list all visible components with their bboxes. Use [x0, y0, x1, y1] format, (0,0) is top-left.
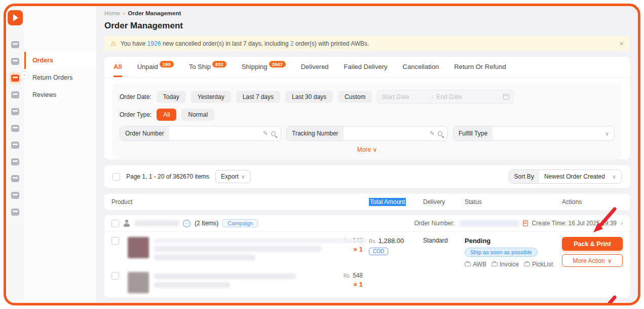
- orders-submenu: Orders Return Orders Reviews: [24, 6, 96, 303]
- alert-close-icon[interactable]: ×: [619, 39, 624, 48]
- tab-return-or-refund[interactable]: Return Or Refund: [454, 63, 506, 77]
- select-all-checkbox[interactable]: [112, 173, 120, 181]
- actions-cell: Pack & Print More Action ∨: [562, 237, 623, 267]
- support-icon[interactable]: [9, 139, 21, 151]
- warning-icon: ⚠: [110, 40, 117, 47]
- product-text-redacted: [154, 246, 321, 252]
- store-icon[interactable]: [9, 173, 21, 185]
- expand-order-icon[interactable]: ›: [621, 220, 623, 227]
- cancelled-count-link[interactable]: 1926: [147, 40, 161, 47]
- printer-icon: [491, 262, 498, 266]
- pack-print-button[interactable]: Pack & Print: [562, 237, 623, 251]
- order-type-label: Order Type:: [120, 111, 151, 118]
- breadcrumb-separator-icon: ›: [123, 10, 125, 16]
- date-chip-last-7-days[interactable]: Last 7 days: [236, 91, 280, 103]
- edit-icon[interactable]: ✎: [430, 130, 435, 137]
- order-number-label: Order Number:: [414, 220, 455, 227]
- breadcrumb-home[interactable]: Home: [104, 10, 120, 16]
- order-type-chip-all[interactable]: All: [157, 109, 176, 121]
- calendar-icon[interactable]: [503, 94, 509, 99]
- finance-icon[interactable]: [9, 156, 21, 168]
- date-chip-yesterday[interactable]: Yesterday: [191, 91, 231, 103]
- date-chip-last-30-days[interactable]: Last 30 days: [285, 91, 333, 103]
- account-icon[interactable]: [9, 206, 21, 218]
- unit-price-cell: Rs. 548 × 1: [327, 272, 363, 288]
- status-cell: Pending Ship as soon as possible AWB Inv…: [465, 237, 556, 268]
- order-status-tabs: All Unpaid190 To Ship832 Shipping2847 De…: [104, 57, 630, 78]
- fulfill-type-select[interactable]: Fulfill Type ∨: [453, 126, 615, 141]
- more-action-button[interactable]: More Action ∨: [562, 254, 623, 267]
- sidebar-item-orders[interactable]: Orders: [24, 52, 96, 69]
- item-checkbox[interactable]: [111, 237, 119, 245]
- edit-icon[interactable]: ✎: [263, 130, 268, 137]
- tab-delivered[interactable]: Delivered: [301, 63, 329, 77]
- icon-rail: [6, 6, 24, 303]
- tab-failed-delivery[interactable]: Failed Delivery: [344, 63, 388, 77]
- more-filters-toggle[interactable]: More ∨: [120, 146, 615, 155]
- print-picklist-link[interactable]: PickList: [524, 261, 553, 268]
- analytics-icon[interactable]: [9, 55, 21, 67]
- product-text-redacted: [154, 238, 367, 243]
- tab-unpaid[interactable]: Unpaid190: [137, 63, 174, 77]
- search-icon[interactable]: [271, 131, 276, 136]
- breadcrumb-current: Order Management: [128, 10, 181, 16]
- products-icon[interactable]: [9, 89, 21, 101]
- tab-shipping[interactable]: Shipping2847: [242, 63, 286, 77]
- order-number-search: Order Number ✎: [120, 126, 281, 141]
- start-date-input[interactable]: [382, 93, 428, 100]
- tab-all[interactable]: All: [113, 63, 122, 77]
- table-header: Product Total Amount Delivery Status Act…: [104, 194, 630, 210]
- order-item-row: Rs. 548 × 1 Rs. 1,288.00 COD Standard Pe…: [104, 232, 630, 272]
- tab-badge: 2847: [269, 61, 286, 67]
- payment-method-badge: COD: [369, 248, 388, 255]
- order-card: ⋯ (2 Items) Campaign Order Number: Creat…: [104, 215, 630, 297]
- tab-badge: 832: [212, 61, 226, 67]
- export-button[interactable]: Export ∨: [215, 170, 251, 183]
- marketing-icon[interactable]: [9, 106, 21, 118]
- print-awb-link[interactable]: AWB: [465, 261, 486, 268]
- product-cell: [128, 272, 321, 293]
- main-content: Home › Order Management Order Management…: [96, 6, 638, 303]
- copy-icon[interactable]: [523, 220, 528, 226]
- order-number-input[interactable]: [169, 130, 263, 137]
- date-chip-custom[interactable]: Custom: [338, 91, 372, 103]
- home-icon[interactable]: [9, 39, 21, 51]
- col-product: Product: [111, 198, 321, 205]
- items-count: (2 Items): [195, 220, 218, 227]
- tab-cancellation[interactable]: Cancellation: [403, 63, 439, 77]
- breadcrumb: Home › Order Management: [104, 10, 630, 16]
- print-invoice-link[interactable]: Invoice: [491, 261, 519, 268]
- total-amount-cell: Rs. 1,288.00 COD: [369, 237, 417, 255]
- campaign-badge: Campaign: [222, 219, 258, 227]
- end-date-input[interactable]: [436, 93, 483, 100]
- search-icon[interactable]: [438, 131, 442, 136]
- unit-price: 548: [353, 272, 363, 279]
- orders-icon[interactable]: [9, 72, 21, 84]
- tab-to-ship[interactable]: To Ship832: [189, 63, 226, 77]
- sort-by-select[interactable]: Newest Order Created ∨: [539, 170, 621, 183]
- product-text-redacted: [154, 282, 230, 288]
- order-checkbox[interactable]: [111, 220, 119, 227]
- order-number-search-label: Order Number: [120, 126, 169, 141]
- order-header: ⋯ (4 Items) Order Number: Create Time: 1…: [104, 302, 630, 303]
- fulfill-type-value[interactable]: [493, 130, 605, 137]
- order-type-chip-normal[interactable]: Normal: [181, 109, 214, 121]
- alert-text: You have 1926 new cancelled order(s) in …: [121, 40, 369, 47]
- total-amount: 1,288.00: [378, 237, 404, 245]
- chevron-down-icon: ∨: [605, 130, 609, 137]
- col-actions: Actions: [562, 198, 623, 205]
- quantity: × 1: [327, 281, 363, 288]
- create-time: Create Time: 16 Jul 2025 19:39: [532, 220, 617, 227]
- item-checkbox[interactable]: [111, 272, 119, 280]
- help-icon[interactable]: [9, 189, 21, 201]
- promotions-icon[interactable]: [9, 122, 21, 134]
- date-range-picker[interactable]: -: [377, 90, 514, 104]
- date-chip-today[interactable]: Today: [157, 91, 186, 103]
- daraz-logo-icon[interactable]: [8, 10, 23, 25]
- tracking-number-input[interactable]: [344, 130, 430, 137]
- sidebar-item-reviews[interactable]: Reviews: [24, 86, 96, 104]
- sidebar-item-return-orders[interactable]: Return Orders: [24, 69, 96, 86]
- chat-icon[interactable]: ⋯: [183, 220, 191, 227]
- sidebar-expand-icon[interactable]: ›: [20, 71, 28, 79]
- tracking-number-search: Tracking Number ✎: [286, 126, 448, 141]
